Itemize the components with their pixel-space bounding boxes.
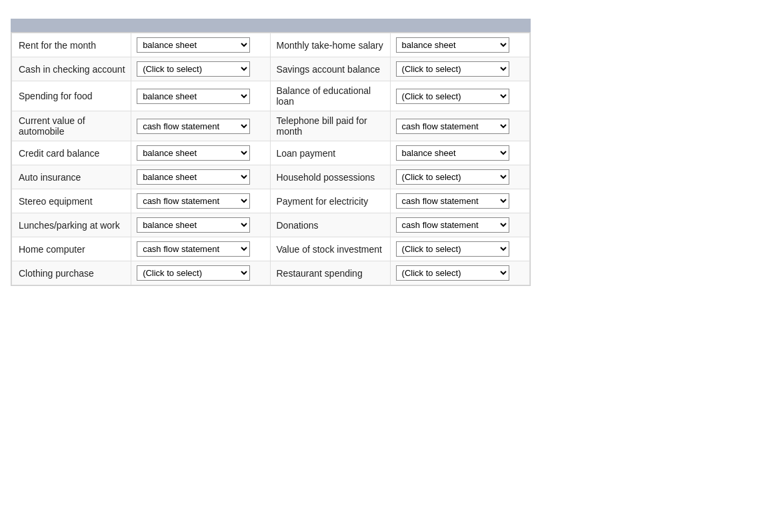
right-item-label: Payment for electricity xyxy=(271,189,390,213)
table-row: Stereo equipment (Click to select)balanc… xyxy=(12,189,530,213)
table-row: Credit card balance (Click to select)bal… xyxy=(12,141,530,165)
table-row: Spending for food (Click to select)balan… xyxy=(12,81,530,111)
left-item-label: Credit card balance xyxy=(12,141,131,165)
left-select-8[interactable]: (Click to select)balance sheetcash flow … xyxy=(137,241,250,257)
right-item-label: Value of stock investment xyxy=(271,237,390,261)
right-select-0[interactable]: (Click to select)balance sheetcash flow … xyxy=(396,37,509,53)
right-item-label: Savings account balance xyxy=(271,57,390,81)
right-select-cell[interactable]: (Click to select)balance sheetcash flow … xyxy=(390,141,529,165)
left-select-7[interactable]: (Click to select)balance sheetcash flow … xyxy=(137,217,250,233)
left-select-3[interactable]: (Click to select)balance sheetcash flow … xyxy=(137,119,250,134)
right-select-cell[interactable]: (Click to select)balance sheetcash flow … xyxy=(390,189,529,213)
right-item-label: Telephone bill paid for month xyxy=(271,111,390,141)
right-select-cell[interactable]: (Click to select)balance sheetcash flow … xyxy=(390,111,529,141)
table-row: Current value of automobile (Click to se… xyxy=(12,111,530,141)
table-row: Clothing purchase (Click to select)balan… xyxy=(12,261,530,285)
right-item-label: Donations xyxy=(271,213,390,237)
left-select-cell[interactable]: (Click to select)balance sheetcash flow … xyxy=(131,81,271,111)
left-item-label: Current value of automobile xyxy=(12,111,131,141)
right-select-cell[interactable]: (Click to select)balance sheetcash flow … xyxy=(390,237,529,261)
left-item-label: Clothing purchase xyxy=(12,261,131,285)
left-select-cell[interactable]: (Click to select)balance sheetcash flow … xyxy=(131,213,271,237)
left-select-cell[interactable]: (Click to select)balance sheetcash flow … xyxy=(131,261,271,285)
right-item-label: Monthly take-home salary xyxy=(271,33,390,57)
right-select-3[interactable]: (Click to select)balance sheetcash flow … xyxy=(396,119,509,134)
left-select-5[interactable]: (Click to select)balance sheetcash flow … xyxy=(137,169,250,185)
left-item-label: Lunches/parking at work xyxy=(12,213,131,237)
left-select-0[interactable]: (Click to select)balance sheetcash flow … xyxy=(137,37,250,53)
left-item-label: Home computer xyxy=(12,237,131,261)
right-select-cell[interactable]: (Click to select)balance sheetcash flow … xyxy=(390,261,529,285)
left-select-cell[interactable]: (Click to select)balance sheetcash flow … xyxy=(131,111,271,141)
right-select-5[interactable]: (Click to select)balance sheetcash flow … xyxy=(396,169,509,185)
table-row: Cash in checking account (Click to selec… xyxy=(12,57,530,81)
left-select-cell[interactable]: (Click to select)balance sheetcash flow … xyxy=(131,141,271,165)
right-select-9[interactable]: (Click to select)balance sheetcash flow … xyxy=(396,265,509,281)
left-item-label: Spending for food xyxy=(12,81,131,111)
table-row: Rent for the month (Click to select)bala… xyxy=(12,33,530,57)
items-table: Rent for the month (Click to select)bala… xyxy=(11,33,530,285)
left-select-2[interactable]: (Click to select)balance sheetcash flow … xyxy=(137,89,250,104)
right-select-cell[interactable]: (Click to select)balance sheetcash flow … xyxy=(390,165,529,189)
main-table-wrapper: Rent for the month (Click to select)bala… xyxy=(11,32,531,286)
right-item-label: Balance of educational loan xyxy=(271,81,390,111)
right-select-4[interactable]: (Click to select)balance sheetcash flow … xyxy=(396,145,509,161)
left-select-6[interactable]: (Click to select)balance sheetcash flow … xyxy=(137,193,250,209)
left-select-4[interactable]: (Click to select)balance sheetcash flow … xyxy=(137,145,250,161)
right-item-label: Loan payment xyxy=(271,141,390,165)
table-row: Home computer (Click to select)balance s… xyxy=(12,237,530,261)
table-row: Lunches/parking at work (Click to select… xyxy=(12,213,530,237)
right-select-2[interactable]: (Click to select)balance sheetcash flow … xyxy=(396,89,509,104)
right-select-cell[interactable]: (Click to select)balance sheetcash flow … xyxy=(390,33,529,57)
header-bar xyxy=(11,19,531,32)
right-select-1[interactable]: (Click to select)balance sheetcash flow … xyxy=(396,61,509,77)
left-select-cell[interactable]: (Click to select)balance sheetcash flow … xyxy=(131,33,271,57)
right-select-6[interactable]: (Click to select)balance sheetcash flow … xyxy=(396,193,509,209)
right-select-8[interactable]: (Click to select)balance sheetcash flow … xyxy=(396,241,509,257)
right-select-7[interactable]: (Click to select)balance sheetcash flow … xyxy=(396,217,509,233)
table-row: Auto insurance (Click to select)balance … xyxy=(12,165,530,189)
left-select-cell[interactable]: (Click to select)balance sheetcash flow … xyxy=(131,237,271,261)
left-item-label: Cash in checking account xyxy=(12,57,131,81)
right-item-label: Household possessions xyxy=(271,165,390,189)
left-item-label: Rent for the month xyxy=(12,33,131,57)
right-select-cell[interactable]: (Click to select)balance sheetcash flow … xyxy=(390,57,529,81)
left-select-cell[interactable]: (Click to select)balance sheetcash flow … xyxy=(131,165,271,189)
left-select-9[interactable]: (Click to select)balance sheetcash flow … xyxy=(137,265,250,281)
left-select-1[interactable]: (Click to select)balance sheetcash flow … xyxy=(137,61,250,77)
left-item-label: Stereo equipment xyxy=(12,189,131,213)
left-select-cell[interactable]: (Click to select)balance sheetcash flow … xyxy=(131,189,271,213)
right-select-cell[interactable]: (Click to select)balance sheetcash flow … xyxy=(390,81,529,111)
right-select-cell[interactable]: (Click to select)balance sheetcash flow … xyxy=(390,213,529,237)
left-select-cell[interactable]: (Click to select)balance sheetcash flow … xyxy=(131,57,271,81)
left-item-label: Auto insurance xyxy=(12,165,131,189)
right-item-label: Restaurant spending xyxy=(271,261,390,285)
